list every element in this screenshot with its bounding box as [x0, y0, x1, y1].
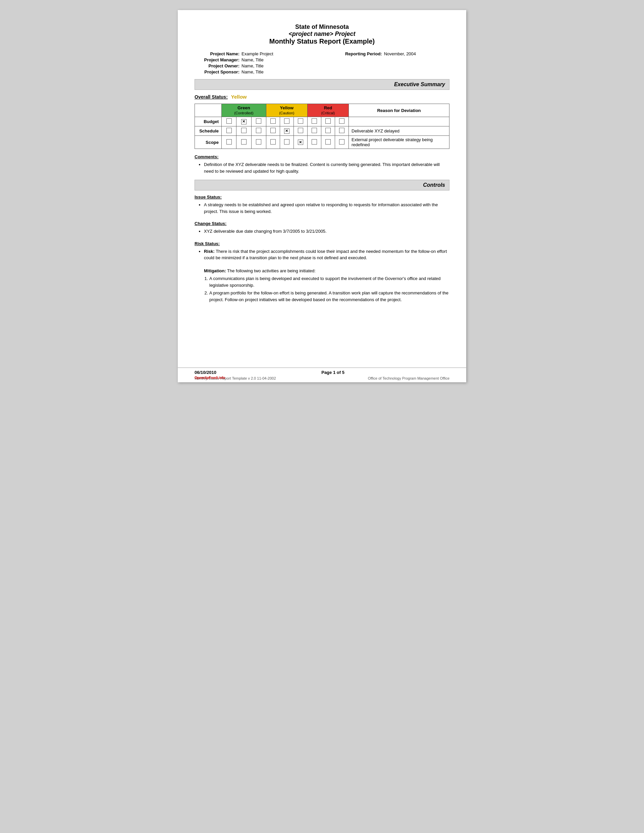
footer-top: 06/10/2010 Page 1 of 5: [195, 370, 449, 376]
red-cb-1-2: [335, 126, 348, 136]
page: State of Minnesota <project name> Projec…: [178, 10, 466, 382]
comment-item-0: Definition of the XYZ deliverable needs …: [204, 161, 449, 174]
yellow-cb-0-0: [266, 117, 280, 126]
mitigation-list: A communications plan is being developed…: [209, 275, 449, 303]
row-label-1: Schedule: [195, 126, 222, 136]
row-label-2: Scope: [195, 136, 222, 149]
change-status-list: XYZ deliverable due date changing from 3…: [204, 228, 449, 235]
yellow-cb-1-2: [293, 126, 307, 136]
risk-status-title: Risk Status:: [195, 241, 449, 246]
mitigation-item-1: A program portfolio for the follow-on ef…: [209, 290, 449, 303]
yellow-cb-2-1: [280, 136, 293, 149]
header-title2: <project name> Project: [195, 31, 449, 37]
th-deviation: Reason for Deviation: [349, 104, 449, 117]
red-cb-2-0: [307, 136, 321, 149]
yellow-cb-2-2: [293, 136, 307, 149]
yellow-cb-2-0: [266, 136, 280, 149]
mitigation-bold: Mitigation:: [204, 268, 226, 273]
sponsor-row: Project Sponsor: Name, Title: [195, 69, 449, 74]
overall-status-value: Yellow: [231, 94, 247, 100]
owner-label: Project Owner:: [195, 63, 242, 68]
manager-value: Name, Title: [242, 57, 264, 63]
sponsor-label: Project Sponsor:: [195, 69, 242, 74]
owner-row: Project Owner: Name, Title: [195, 63, 449, 68]
row-label-0: Budget: [195, 117, 222, 126]
mitigation-intro-text: The following two activities are being i…: [226, 268, 316, 273]
yellow-cb-0-2: [293, 117, 307, 126]
overall-status-label: Overall Status:: [195, 94, 228, 100]
green-cb-0-1: [237, 117, 251, 126]
overall-status: Overall Status: Yellow: [195, 94, 449, 100]
deviation-2: External project deliverable strategy be…: [349, 136, 449, 149]
risk-item-0: Risk: There is risk that the project acc…: [204, 248, 449, 261]
yellow-cb-1-1: [280, 126, 293, 136]
reporting-period-value: November, 2004: [384, 51, 416, 56]
yellow-cb-1-0: [266, 126, 280, 136]
manager-label: Project Manager:: [195, 57, 242, 63]
red-cb-0-1: [321, 117, 335, 126]
watermark: OpenclipFoodi.info: [195, 376, 225, 380]
comments-title: Comments:: [195, 154, 449, 159]
deviation-1: Deliverable XYZ delayed: [349, 126, 449, 136]
page-header: State of Minnesota <project name> Projec…: [195, 24, 449, 45]
owner-value: Name, Title: [242, 63, 264, 68]
green-cb-1-0: [222, 126, 237, 136]
issue-status-list: A strategy needs to be established and a…: [204, 201, 449, 215]
project-info: Project Name: Example Project Reporting …: [195, 51, 449, 74]
change-item-0: XYZ deliverable due date changing from 3…: [204, 228, 449, 235]
project-name-value: Example Project: [242, 51, 274, 56]
sponsor-value: Name, Title: [242, 69, 264, 74]
controls-header: Controls: [195, 180, 449, 190]
controls-section: Issue Status: A strategy needs to be est…: [195, 195, 449, 303]
risk-bold-label: Risk:: [204, 249, 215, 254]
yellow-cb-0-1: [280, 117, 293, 126]
red-cb-0-0: [307, 117, 321, 126]
header-title1: State of Minnesota: [195, 24, 449, 31]
manager-row: Project Manager: Name, Title: [195, 57, 449, 63]
mitigation-item-0: A communications plan is being developed…: [209, 275, 449, 288]
status-table: Green (Controlled) Yellow (Caution) Red …: [195, 104, 449, 149]
green-cb-0-2: [251, 117, 266, 126]
red-cb-0-2: [335, 117, 348, 126]
th-red: Red (Critical): [307, 104, 348, 117]
green-cb-1-1: [237, 126, 251, 136]
red-cb-2-2: [335, 136, 348, 149]
reporting-period-label: Reporting Period:: [334, 51, 384, 56]
comments-section: Comments: Definition of the XYZ delivera…: [195, 154, 449, 174]
footer-bottom: Monthly Status Report Template v 2.0 11-…: [195, 376, 449, 380]
green-cb-2-2: [251, 136, 266, 149]
project-name-row: Project Name: Example Project Reporting …: [195, 51, 449, 56]
mitigation-intro: Mitigation: The following two activities…: [204, 268, 449, 274]
footer-page: Page 1 of 5: [321, 370, 345, 375]
change-status-title: Change Status:: [195, 221, 449, 226]
th-yellow: Yellow (Caution): [266, 104, 307, 117]
executive-summary-header: Executive Summary: [195, 79, 449, 90]
green-cb-2-1: [237, 136, 251, 149]
red-cb-1-1: [321, 126, 335, 136]
issue-item-0: A strategy needs to be established and a…: [204, 201, 449, 215]
risk-text: There is risk that the project accomplis…: [204, 249, 447, 261]
comments-list: Definition of the XYZ deliverable needs …: [204, 161, 449, 174]
footer-office-name: Office of Technology Program Management …: [368, 376, 449, 380]
red-cb-2-1: [321, 136, 335, 149]
deviation-0: [349, 117, 449, 126]
red-cb-1-0: [307, 126, 321, 136]
issue-status-title: Issue Status:: [195, 195, 449, 199]
page-footer: 06/10/2010 Page 1 of 5 Monthly Status Re…: [178, 368, 466, 382]
green-cb-1-2: [251, 126, 266, 136]
footer-date: 06/10/2010: [195, 370, 216, 375]
project-name-label: Project Name:: [195, 51, 242, 56]
header-title3: Monthly Status Report (Example): [195, 37, 449, 45]
th-green: Green (Controlled): [222, 104, 266, 117]
risk-status-list: Risk: There is risk that the project acc…: [204, 248, 449, 261]
green-cb-0-0: [222, 117, 237, 126]
reporting-period-group: Reporting Period: November, 2004: [334, 51, 416, 56]
green-cb-2-0: [222, 136, 237, 149]
